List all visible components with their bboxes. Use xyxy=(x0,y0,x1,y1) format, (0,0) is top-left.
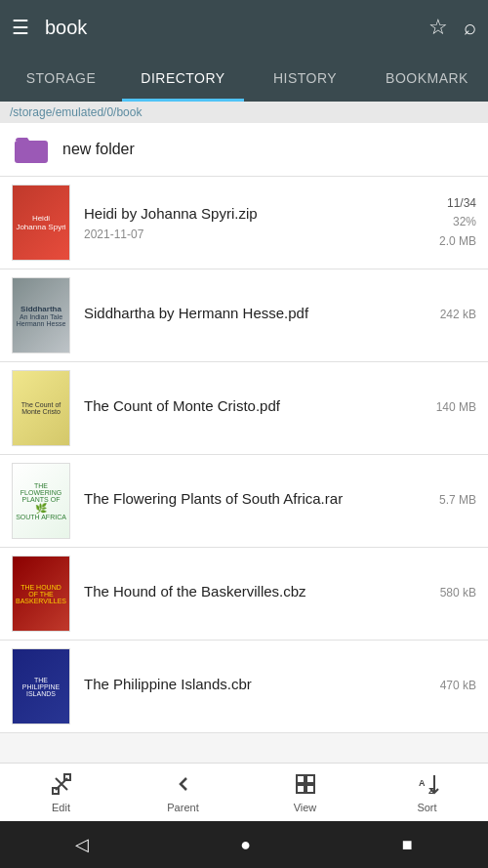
view-label: View xyxy=(294,802,317,813)
bottom-nav: Edit Parent View A Z xyxy=(0,763,488,821)
sort-nav-item[interactable]: A Z Sort xyxy=(366,764,488,821)
svg-rect-4 xyxy=(297,785,305,793)
new-folder-label: new folder xyxy=(62,141,135,158)
file-item[interactable]: THEPHILIPPINEISLANDS The Philippine Isla… xyxy=(0,641,488,733)
tab-bar: Storage Directory History Bookmark xyxy=(0,55,488,102)
file-info: The Count of Monte Cristo.pdf xyxy=(84,396,428,420)
tab-directory[interactable]: Directory xyxy=(122,55,244,102)
file-info: The Hound of the Baskervilles.cbz xyxy=(84,582,432,605)
back-button[interactable]: ◁ xyxy=(75,834,89,855)
file-info: Heidi by Johanna Spyri.zip 2021-11-07 xyxy=(84,204,431,241)
file-thumbnail: THE HOUNDOF THEBASKERVILLES xyxy=(12,556,70,632)
file-size: 11/3432%2.0 MB xyxy=(439,194,476,251)
view-nav-item[interactable]: View xyxy=(244,764,366,821)
parent-icon xyxy=(172,772,195,800)
svg-rect-0 xyxy=(53,788,59,794)
svg-rect-1 xyxy=(64,774,70,780)
tab-storage[interactable]: Storage xyxy=(0,55,122,102)
file-name: The Count of Monte Cristo.pdf xyxy=(84,396,428,416)
parent-label: Parent xyxy=(167,802,198,813)
file-item[interactable]: THE FLOWERING PLANTS OF🌿SOUTH AFRICA The… xyxy=(0,455,488,548)
file-name: Siddhartha by Hermann Hesse.pdf xyxy=(84,304,432,323)
sort-label: Sort xyxy=(417,802,436,813)
file-thumbnail: The Count of Monte Cristo xyxy=(12,370,70,446)
app-title: book xyxy=(45,17,413,39)
file-date: 2021-11-07 xyxy=(84,227,431,241)
file-size: 580 kB xyxy=(440,584,476,602)
file-item[interactable]: THE HOUNDOF THEBASKERVILLES The Hound of… xyxy=(0,548,488,641)
sort-icon: A Z xyxy=(416,772,439,800)
parent-nav-item[interactable]: Parent xyxy=(122,764,244,821)
file-name: The Hound of the Baskervilles.cbz xyxy=(84,582,432,601)
new-folder-item[interactable]: new folder xyxy=(0,123,488,177)
view-icon xyxy=(294,772,317,800)
star-icon[interactable]: ☆ xyxy=(428,15,448,40)
file-thumbnail: THE FLOWERING PLANTS OF🌿SOUTH AFRICA xyxy=(12,463,70,539)
file-info: Siddhartha by Hermann Hesse.pdf xyxy=(84,304,432,327)
tab-bookmark[interactable]: Bookmark xyxy=(366,55,488,102)
system-nav: ◁ ● ■ xyxy=(0,821,488,868)
recents-button[interactable]: ■ xyxy=(402,835,413,855)
file-item[interactable]: The Count of Monte Cristo The Count of M… xyxy=(0,362,488,455)
file-size: 242 kB xyxy=(440,306,476,324)
file-size: 470 kB xyxy=(440,677,476,695)
svg-rect-5 xyxy=(306,785,314,793)
edit-nav-item[interactable]: Edit xyxy=(0,764,122,821)
folder-icon xyxy=(14,135,49,164)
file-name: Heidi by Johanna Spyri.zip xyxy=(84,204,431,224)
file-size: 5.7 MB xyxy=(439,491,476,510)
edit-label: Edit xyxy=(52,802,70,813)
file-thumbnail: THEPHILIPPINEISLANDS xyxy=(12,648,70,724)
menu-icon[interactable]: ☰ xyxy=(12,18,29,37)
file-item[interactable]: HeidiJohanna Spyri Heidi by Johanna Spyr… xyxy=(0,177,488,269)
svg-text:A: A xyxy=(419,778,426,788)
tab-history[interactable]: History xyxy=(244,55,366,102)
file-item[interactable]: SiddharthaAn Indian TaleHermann Hesse Si… xyxy=(0,269,488,362)
edit-icon xyxy=(50,772,73,800)
top-bar: ☰ book ☆ ⌕ xyxy=(0,0,488,55)
home-button[interactable]: ● xyxy=(240,835,251,855)
file-list: new folder HeidiJohanna Spyri Heidi by J… xyxy=(0,123,488,763)
file-items-container: HeidiJohanna Spyri Heidi by Johanna Spyr… xyxy=(0,177,488,733)
breadcrumb: /storage/emulated/0/book xyxy=(0,102,488,123)
file-thumbnail: HeidiJohanna Spyri xyxy=(12,185,70,261)
svg-rect-3 xyxy=(306,775,314,783)
search-icon[interactable]: ⌕ xyxy=(464,15,476,40)
file-size: 140 MB xyxy=(436,398,476,417)
file-info: The Flowering Plants of South Africa.rar xyxy=(84,489,431,513)
file-name: The Flowering Plants of South Africa.rar xyxy=(84,489,431,509)
svg-rect-2 xyxy=(297,775,305,783)
file-info: The Philippine Islands.cbr xyxy=(84,675,432,698)
file-thumbnail: SiddharthaAn Indian TaleHermann Hesse xyxy=(12,277,70,353)
file-name: The Philippine Islands.cbr xyxy=(84,675,432,694)
